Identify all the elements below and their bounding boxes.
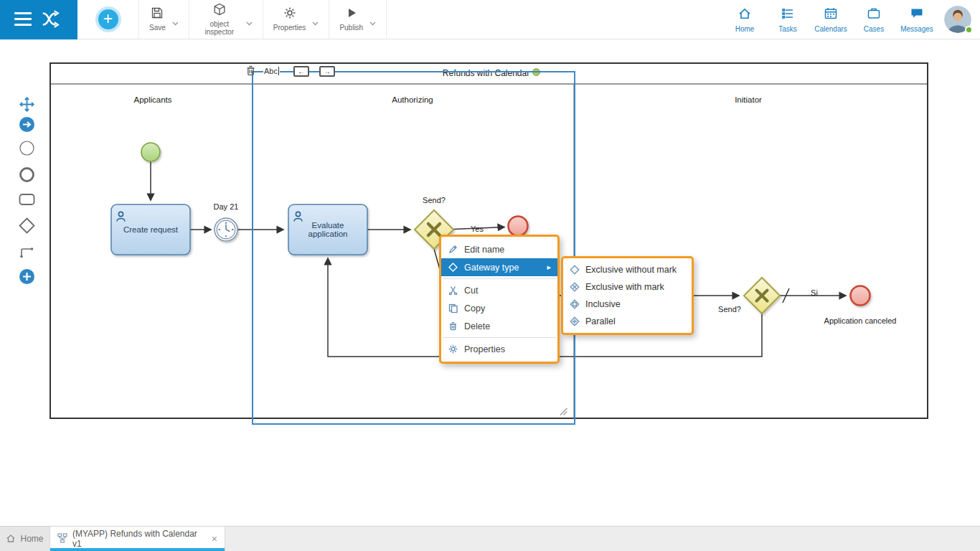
object-inspector-group: object inspector (189, 0, 263, 39)
properties-chevron-icon[interactable] (312, 22, 319, 26)
top-toolbar: + Save object inspector Properties (0, 0, 980, 39)
end-event-application-canceled[interactable] (851, 286, 870, 306)
app-window: + Save object inspector Properties (0, 0, 980, 551)
palette-line-tool[interactable] (17, 242, 36, 260)
app-logo-icon[interactable] (40, 9, 63, 31)
exclusive-without-mark-label: Exclusive without mark (585, 265, 677, 275)
menu-separator (443, 278, 556, 279)
rename-lane-control[interactable]: Abc (263, 67, 280, 75)
speech-bubble-icon (910, 6, 924, 23)
cut-label: Cut (464, 286, 478, 296)
online-status-dot (965, 26, 973, 34)
gear-icon (448, 344, 458, 354)
object-inspector-button[interactable]: object inspector (199, 3, 240, 37)
add-lane-left-button[interactable]: ← (293, 66, 309, 77)
diagram-canvas[interactable]: Refunds with Calendar Applicants Authori… (0, 39, 980, 526)
nav-cases[interactable]: Cases (852, 0, 895, 39)
palette-gateway-tool[interactable] (17, 216, 36, 235)
hamburger-menu-icon[interactable] (14, 12, 32, 28)
task-create-request[interactable] (111, 204, 190, 255)
diamond-circle-icon (569, 299, 580, 309)
context-menu-item-properties[interactable]: Properties (441, 340, 557, 358)
context-menu-item-delete[interactable]: Delete (441, 317, 557, 335)
properties-label: Properties (273, 24, 306, 32)
nav-cases-label: Cases (864, 25, 884, 33)
parallel-label: Parallel (585, 316, 616, 326)
task-evaluate-application[interactable] (288, 204, 367, 255)
timer-event[interactable] (215, 218, 237, 241)
rename-label: Abc (264, 67, 278, 75)
save-label: Save (149, 24, 166, 32)
context-menu-item-edit-name[interactable]: Edit name (441, 240, 557, 258)
gateway-type-submenu: Exclusive without mark Exclusive with ma… (561, 256, 694, 335)
context-menu-item-cut[interactable]: Cut (441, 281, 557, 299)
palette-start-event-tool[interactable] (17, 138, 36, 157)
properties-group: Properties (263, 0, 330, 39)
add-button[interactable]: + (95, 6, 121, 32)
diamond-plain-icon (569, 265, 580, 275)
add-lane-right-button[interactable]: → (319, 66, 335, 77)
copy-icon (448, 303, 458, 313)
properties-button[interactable]: Properties (273, 6, 306, 32)
publish-label: Publish (339, 24, 363, 32)
nav-calendars[interactable]: Calendars (809, 0, 852, 39)
submenu-item-exclusive-without-mark[interactable]: Exclusive without mark (563, 261, 692, 278)
bottom-tab-bar: Home (MYAPP) Refunds with Calendar v1 × (0, 526, 980, 551)
start-event[interactable] (141, 143, 160, 161)
tasks-list-icon (781, 6, 795, 23)
submenu-item-inclusive[interactable]: Inclusive (563, 296, 692, 313)
process-tab-icon (57, 533, 67, 545)
gateway-type-label: Gateway type (464, 263, 519, 273)
user-avatar[interactable] (944, 6, 971, 33)
active-tab-underline (50, 548, 225, 551)
add-wrap: + (77, 0, 139, 39)
nav-home-label: Home (735, 25, 755, 33)
nav-calendars-label: Calendars (814, 25, 847, 33)
tab-home-label: Home (20, 534, 43, 544)
cube-icon (213, 3, 226, 18)
tab-process-active[interactable]: (MYAPP) Refunds with Calendar v1 × (50, 527, 225, 551)
calendar-icon (824, 6, 838, 23)
exclusive-with-mark-label: Exclusive with mark (585, 282, 664, 292)
play-icon (345, 6, 358, 22)
save-button[interactable]: Save (149, 6, 166, 32)
nav-tasks[interactable]: Tasks (766, 0, 809, 39)
process-status-dot (532, 68, 540, 76)
brand-block (0, 0, 77, 39)
edit-name-label: Edit name (464, 245, 504, 255)
header-nav: Home Tasks Calendars Cases Messages (723, 0, 938, 39)
submenu-item-parallel[interactable]: Parallel (563, 313, 692, 330)
tab-home[interactable]: Home (0, 527, 50, 551)
gear-icon (283, 6, 296, 22)
nav-tasks-label: Tasks (778, 25, 797, 33)
delete-lane-icon[interactable] (246, 65, 255, 78)
delete-label: Delete (464, 321, 490, 331)
pencil-icon (448, 245, 458, 254)
scissors-icon (448, 286, 458, 295)
resize-grip-icon[interactable] (558, 406, 567, 418)
palette-add-tool[interactable] (17, 267, 36, 286)
palette-connector-tool[interactable] (17, 115, 36, 133)
context-menu-item-copy[interactable]: Copy (441, 299, 557, 317)
submenu-item-exclusive-with-mark[interactable]: Exclusive with mark (563, 278, 692, 296)
publish-chevron-icon[interactable] (369, 22, 376, 26)
copy-label: Copy (464, 303, 485, 314)
tab-close-icon[interactable]: × (212, 534, 217, 544)
end-event-1[interactable] (509, 217, 528, 236)
context-menu-item-gateway-type[interactable]: Gateway type ▸ (441, 258, 557, 276)
menu-separator (443, 337, 556, 338)
tab-process-label: (MYAPP) Refunds with Calendar v1 (72, 529, 207, 549)
inclusive-label: Inclusive (585, 299, 621, 309)
palette-task-tool[interactable] (17, 190, 36, 209)
nav-messages-label: Messages (900, 25, 933, 33)
palette-end-event-tool[interactable] (17, 165, 36, 184)
publish-button[interactable]: Publish (339, 6, 363, 32)
diamond-x-icon (569, 282, 580, 292)
save-chevron-icon[interactable] (172, 22, 179, 26)
object-inspector-chevron-icon[interactable] (246, 22, 253, 26)
nav-home[interactable]: Home (723, 0, 766, 39)
save-group: Save (139, 0, 189, 39)
nav-messages[interactable]: Messages (895, 0, 938, 39)
palette-move-tool[interactable] (17, 95, 36, 113)
save-icon (151, 6, 164, 22)
